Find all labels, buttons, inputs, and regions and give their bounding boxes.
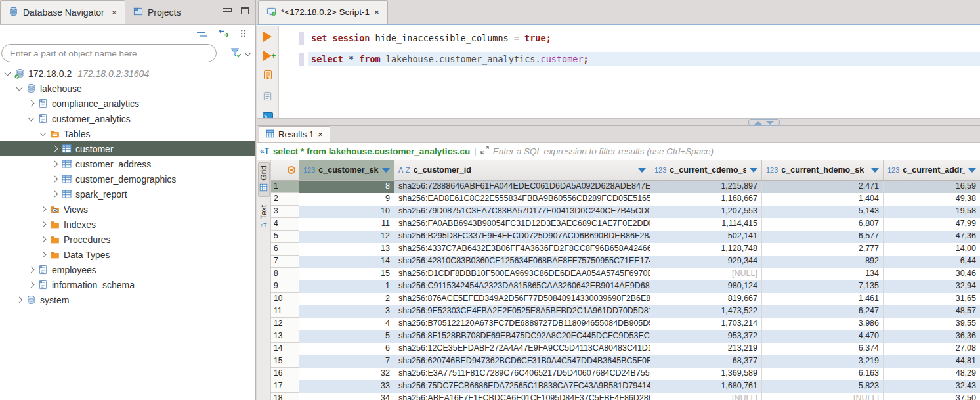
grid-cell[interactable]: 3,986 xyxy=(762,318,884,330)
execute-script-icon[interactable] xyxy=(263,70,273,83)
grid-corner-cell[interactable] xyxy=(271,160,299,180)
row-number[interactable]: 17 xyxy=(271,380,299,393)
grid-cell[interactable]: 1,404 xyxy=(762,193,884,206)
grid-cell[interactable]: 47,99 xyxy=(884,218,980,231)
grid-cell[interactable]: 1,114,415 xyxy=(650,218,762,231)
grid-cell[interactable]: 7 xyxy=(299,355,394,368)
grid-cell[interactable]: 6,163 xyxy=(762,368,884,380)
chevron-collapsed-icon[interactable] xyxy=(52,146,58,152)
minimize-icon[interactable] xyxy=(223,7,230,14)
tree-item-employees[interactable]: employees xyxy=(0,262,255,277)
explain-plan-icon[interactable] xyxy=(263,91,272,104)
rail-tab-text[interactable]: Text ↕T xyxy=(259,202,269,231)
tree-item-system[interactable]: system xyxy=(0,292,255,307)
grid-cell[interactable]: 32,43 xyxy=(884,380,980,393)
grid-cell[interactable]: 27,08 xyxy=(884,343,980,355)
grid-cell[interactable]: 32,94 xyxy=(884,280,980,293)
grid-cell[interactable]: sha256:FA0ABB6943B98054FC31D12D3E3AEC689… xyxy=(394,218,650,231)
grid-cell[interactable]: 37,50 xyxy=(884,393,980,400)
grid-cell[interactable]: 47,36 xyxy=(884,231,980,243)
grid-cell[interactable]: 2,471 xyxy=(762,181,884,193)
column-header-c_customer_sk[interactable]: 123 c_customer_sk xyxy=(299,160,394,180)
column-dropdown-icon[interactable] xyxy=(638,168,646,173)
row-number[interactable]: 18 xyxy=(271,393,299,400)
tree-item-customer[interactable]: customer xyxy=(0,141,255,156)
chevron-collapsed-icon[interactable] xyxy=(16,297,23,303)
grid-cell[interactable]: 6,577 xyxy=(762,231,884,243)
tree-item-compliance-analytics[interactable]: compliance_analytics xyxy=(0,96,255,111)
column-dropdown-icon[interactable] xyxy=(871,168,879,173)
tab-results-1[interactable]: Results 1 × xyxy=(259,126,330,142)
column-dropdown-icon[interactable] xyxy=(382,168,390,173)
grid-cell[interactable]: 49,38 xyxy=(884,193,980,206)
tree-item-tables[interactable]: Tables xyxy=(0,126,255,141)
grid-cell[interactable]: 502,141 xyxy=(650,231,762,243)
grid-cell[interactable]: 48,57 xyxy=(884,305,980,318)
row-number[interactable]: 14 xyxy=(271,343,299,355)
chevron-down-icon[interactable] xyxy=(245,50,251,56)
column-header-c_customer_id[interactable]: A-Z c_customer_id xyxy=(394,160,650,180)
splitter-collapse-widget[interactable] xyxy=(748,119,780,126)
link-with-editor-icon[interactable] xyxy=(218,29,230,39)
row-number[interactable]: 6 xyxy=(271,243,299,256)
grid-cell[interactable]: sha256:D1CDF8DBB10F500EA9693C86DE6DEAA05… xyxy=(394,268,650,280)
grid-cell[interactable]: 13 xyxy=(299,243,394,256)
tree-item-spark-report[interactable]: spark_report xyxy=(0,187,255,202)
grid-cell[interactable]: 1,128,748 xyxy=(650,243,762,256)
object-search-input[interactable] xyxy=(1,44,217,62)
filter-placeholder[interactable]: Enter a SQL expression to filter results… xyxy=(493,146,714,156)
grid-cell[interactable]: 14,00 xyxy=(884,243,980,256)
grid-cell[interactable]: 3,219 xyxy=(762,355,884,368)
editor-results-splitter[interactable] xyxy=(257,118,980,126)
chevron-collapsed-icon[interactable] xyxy=(28,267,35,273)
grid-cell[interactable]: 12 xyxy=(299,231,394,243)
chevron-collapsed-icon[interactable] xyxy=(52,191,58,198)
grid-cell[interactable]: 44,81 xyxy=(884,355,980,368)
grid-cell[interactable]: 9 xyxy=(299,193,394,206)
filter-icon[interactable] xyxy=(230,48,242,60)
grid-cell[interactable]: 213,219 xyxy=(650,343,762,355)
tree-item-customer-address[interactable]: customer_address xyxy=(0,156,255,171)
row-number[interactable]: 2 xyxy=(271,193,299,206)
grid-cell[interactable]: sha256:42810C83B0360CE125634F068BAF8FF75… xyxy=(394,256,650,268)
grid-cell[interactable]: 1,461 xyxy=(762,293,884,305)
grid-cell[interactable]: sha256:9E52303CE4FBA2E2F0525E8A5BFBD2C1A… xyxy=(394,305,650,318)
row-number[interactable]: 9 xyxy=(271,280,299,293)
grid-cell[interactable]: sha256:B295D8FC337E9E4FECD0725D907ACD6B6… xyxy=(394,231,650,243)
row-number[interactable]: 3 xyxy=(271,206,299,218)
grid-cell[interactable]: sha256:B705122120A673FC7DE6889727DB11809… xyxy=(394,318,650,330)
grid-cell[interactable]: 2,777 xyxy=(762,243,884,256)
grid-cell[interactable]: 14 xyxy=(299,256,394,268)
expand-filter-icon[interactable] xyxy=(480,146,489,156)
grid-cell[interactable]: sha256:12CE35EFDABF272A4A47E9FA9CC5D4113… xyxy=(394,343,650,355)
grid-cell[interactable]: 1 xyxy=(299,280,394,293)
grid-cell[interactable]: 134 xyxy=(762,268,884,280)
collapse-down-icon[interactable] xyxy=(766,121,774,125)
grid-cell[interactable]: sha256:4337C7AB6432E3B06FF4A3636FD2F8CC8… xyxy=(394,243,650,256)
execute-statement-icon[interactable] xyxy=(263,32,272,42)
row-number[interactable]: 16 xyxy=(271,368,299,380)
close-icon[interactable]: × xyxy=(112,7,117,18)
tree-item-views[interactable]: Views xyxy=(0,202,255,217)
row-number[interactable]: 12 xyxy=(271,318,299,330)
grid-cell[interactable]: 31,65 xyxy=(884,293,980,305)
grid-cell[interactable]: 8 xyxy=(299,181,394,193)
grid-cell[interactable]: [NULL] xyxy=(762,393,884,400)
grid-cell[interactable]: sha256:EAD8E61C8C22E555834FBBA9B60556CB2… xyxy=(394,193,650,206)
row-number[interactable]: 10 xyxy=(271,293,299,305)
close-icon[interactable]: × xyxy=(374,7,379,17)
grid-cell[interactable]: sha256:ABEA16F7F1FCBDCA6F01CF1095D84F37C… xyxy=(394,393,650,400)
rail-tab-grid[interactable]: Grid xyxy=(258,162,270,197)
filter-query-text[interactable]: select * from lakehouse.customer_analyti… xyxy=(273,146,470,156)
close-icon[interactable]: × xyxy=(318,129,323,139)
grid-cell[interactable]: 4,470 xyxy=(762,330,884,343)
tree-item-172-18-0-2[interactable]: 172.18.0.2172.18.0.2:31604 xyxy=(0,66,255,81)
maximize-icon[interactable] xyxy=(241,7,249,14)
row-number[interactable]: 13 xyxy=(271,330,299,343)
chevron-expanded-icon[interactable] xyxy=(40,129,47,136)
grid-cell[interactable]: 6,44 xyxy=(884,256,980,268)
grid-cell[interactable]: 929,344 xyxy=(650,256,762,268)
chevron-collapsed-icon[interactable] xyxy=(28,100,35,107)
grid-cell[interactable]: [NULL] xyxy=(650,393,762,400)
chevron-expanded-icon[interactable] xyxy=(5,69,11,76)
